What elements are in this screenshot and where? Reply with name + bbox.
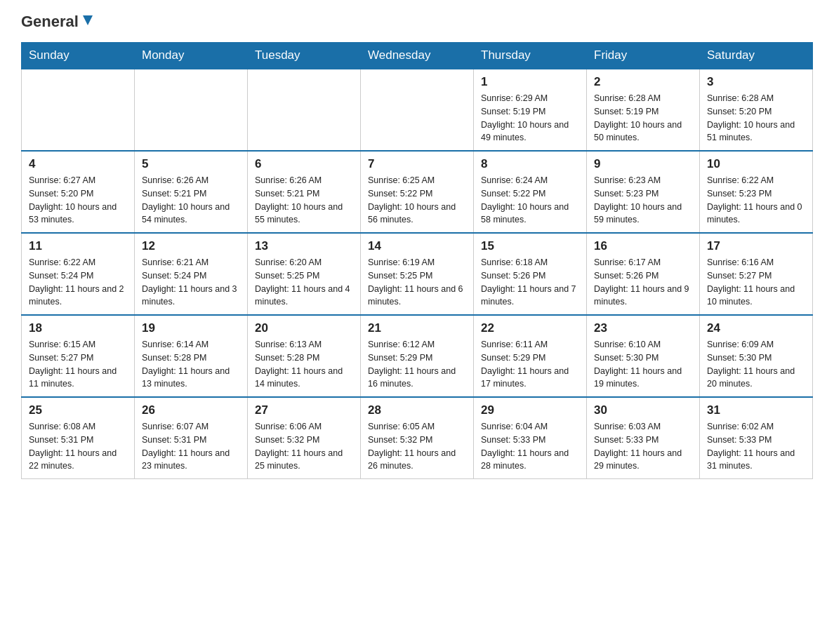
- calendar-cell: 23Sunrise: 6:10 AMSunset: 5:30 PMDayligh…: [587, 315, 700, 397]
- calendar-cell: 14Sunrise: 6:19 AMSunset: 5:25 PMDayligh…: [361, 233, 474, 315]
- calendar-week-row: 18Sunrise: 6:15 AMSunset: 5:27 PMDayligh…: [22, 315, 813, 397]
- calendar-cell: 19Sunrise: 6:14 AMSunset: 5:28 PMDayligh…: [135, 315, 248, 397]
- calendar-cell: 31Sunrise: 6:02 AMSunset: 5:33 PMDayligh…: [700, 397, 813, 479]
- day-info: Sunrise: 6:02 AMSunset: 5:33 PMDaylight:…: [707, 420, 805, 473]
- day-info: Sunrise: 6:28 AMSunset: 5:19 PMDaylight:…: [594, 92, 692, 145]
- day-of-week-header: Wednesday: [361, 43, 474, 69]
- calendar-cell: 17Sunrise: 6:16 AMSunset: 5:27 PMDayligh…: [700, 233, 813, 315]
- calendar-week-row: 25Sunrise: 6:08 AMSunset: 5:31 PMDayligh…: [22, 397, 813, 479]
- day-number: 26: [142, 403, 240, 417]
- day-info: Sunrise: 6:07 AMSunset: 5:31 PMDaylight:…: [142, 420, 240, 473]
- day-of-week-header: Friday: [587, 43, 700, 69]
- day-number: 17: [707, 239, 805, 253]
- calendar-cell: [361, 69, 474, 151]
- day-of-week-header: Tuesday: [248, 43, 361, 69]
- day-number: 9: [594, 157, 692, 171]
- day-number: 29: [481, 403, 579, 417]
- day-number: 25: [29, 403, 127, 417]
- calendar-cell: 15Sunrise: 6:18 AMSunset: 5:26 PMDayligh…: [474, 233, 587, 315]
- day-number: 24: [707, 321, 805, 335]
- calendar-cell: 8Sunrise: 6:24 AMSunset: 5:22 PMDaylight…: [474, 151, 587, 233]
- day-number: 12: [142, 239, 240, 253]
- calendar-cell: 6Sunrise: 6:26 AMSunset: 5:21 PMDaylight…: [248, 151, 361, 233]
- day-info: Sunrise: 6:06 AMSunset: 5:32 PMDaylight:…: [255, 420, 353, 473]
- day-number: 23: [594, 321, 692, 335]
- calendar-cell: 24Sunrise: 6:09 AMSunset: 5:30 PMDayligh…: [700, 315, 813, 397]
- calendar-table: SundayMondayTuesdayWednesdayThursdayFrid…: [21, 42, 813, 479]
- day-number: 2: [594, 75, 692, 89]
- day-info: Sunrise: 6:26 AMSunset: 5:21 PMDaylight:…: [142, 174, 240, 227]
- calendar-cell: [22, 69, 135, 151]
- day-number: 10: [707, 157, 805, 171]
- day-info: Sunrise: 6:19 AMSunset: 5:25 PMDaylight:…: [368, 256, 466, 309]
- calendar-cell: 21Sunrise: 6:12 AMSunset: 5:29 PMDayligh…: [361, 315, 474, 397]
- day-number: 28: [368, 403, 466, 417]
- calendar-cell: 11Sunrise: 6:22 AMSunset: 5:24 PMDayligh…: [22, 233, 135, 315]
- day-number: 13: [255, 239, 353, 253]
- calendar-cell: 13Sunrise: 6:20 AMSunset: 5:25 PMDayligh…: [248, 233, 361, 315]
- calendar-cell: [135, 69, 248, 151]
- calendar-cell: 12Sunrise: 6:21 AMSunset: 5:24 PMDayligh…: [135, 233, 248, 315]
- day-info: Sunrise: 6:23 AMSunset: 5:23 PMDaylight:…: [594, 174, 692, 227]
- day-info: Sunrise: 6:28 AMSunset: 5:20 PMDaylight:…: [707, 92, 805, 145]
- calendar-cell: 9Sunrise: 6:23 AMSunset: 5:23 PMDaylight…: [587, 151, 700, 233]
- day-number: 1: [481, 75, 579, 89]
- day-number: 14: [368, 239, 466, 253]
- day-number: 3: [707, 75, 805, 89]
- day-info: Sunrise: 6:15 AMSunset: 5:27 PMDaylight:…: [29, 338, 127, 391]
- svg-marker-0: [83, 15, 93, 25]
- day-number: 20: [255, 321, 353, 335]
- calendar-cell: [248, 69, 361, 151]
- calendar-cell: 18Sunrise: 6:15 AMSunset: 5:27 PMDayligh…: [22, 315, 135, 397]
- day-number: 15: [481, 239, 579, 253]
- calendar-cell: 10Sunrise: 6:22 AMSunset: 5:23 PMDayligh…: [700, 151, 813, 233]
- calendar-header-row: SundayMondayTuesdayWednesdayThursdayFrid…: [22, 43, 813, 69]
- calendar-cell: 3Sunrise: 6:28 AMSunset: 5:20 PMDaylight…: [700, 69, 813, 151]
- calendar-cell: 4Sunrise: 6:27 AMSunset: 5:20 PMDaylight…: [22, 151, 135, 233]
- calendar-cell: 7Sunrise: 6:25 AMSunset: 5:22 PMDaylight…: [361, 151, 474, 233]
- day-info: Sunrise: 6:18 AMSunset: 5:26 PMDaylight:…: [481, 256, 579, 309]
- day-info: Sunrise: 6:17 AMSunset: 5:26 PMDaylight:…: [594, 256, 692, 309]
- logo-text-general: General: [21, 14, 79, 29]
- day-number: 18: [29, 321, 127, 335]
- calendar-week-row: 4Sunrise: 6:27 AMSunset: 5:20 PMDaylight…: [22, 151, 813, 233]
- day-info: Sunrise: 6:12 AMSunset: 5:29 PMDaylight:…: [368, 338, 466, 391]
- day-of-week-header: Thursday: [474, 43, 587, 69]
- calendar-cell: 5Sunrise: 6:26 AMSunset: 5:21 PMDaylight…: [135, 151, 248, 233]
- day-info: Sunrise: 6:25 AMSunset: 5:22 PMDaylight:…: [368, 174, 466, 227]
- day-number: 19: [142, 321, 240, 335]
- calendar-cell: 20Sunrise: 6:13 AMSunset: 5:28 PMDayligh…: [248, 315, 361, 397]
- day-info: Sunrise: 6:20 AMSunset: 5:25 PMDaylight:…: [255, 256, 353, 309]
- day-info: Sunrise: 6:22 AMSunset: 5:23 PMDaylight:…: [707, 174, 805, 227]
- calendar-cell: 27Sunrise: 6:06 AMSunset: 5:32 PMDayligh…: [248, 397, 361, 479]
- day-info: Sunrise: 6:27 AMSunset: 5:20 PMDaylight:…: [29, 174, 127, 227]
- day-info: Sunrise: 6:16 AMSunset: 5:27 PMDaylight:…: [707, 256, 805, 309]
- day-number: 31: [707, 403, 805, 417]
- calendar-cell: 25Sunrise: 6:08 AMSunset: 5:31 PMDayligh…: [22, 397, 135, 479]
- day-of-week-header: Saturday: [700, 43, 813, 69]
- day-number: 21: [368, 321, 466, 335]
- calendar-week-row: 11Sunrise: 6:22 AMSunset: 5:24 PMDayligh…: [22, 233, 813, 315]
- day-number: 16: [594, 239, 692, 253]
- day-info: Sunrise: 6:11 AMSunset: 5:29 PMDaylight:…: [481, 338, 579, 391]
- day-of-week-header: Sunday: [22, 43, 135, 69]
- calendar-cell: 30Sunrise: 6:03 AMSunset: 5:33 PMDayligh…: [587, 397, 700, 479]
- day-info: Sunrise: 6:14 AMSunset: 5:28 PMDaylight:…: [142, 338, 240, 391]
- day-info: Sunrise: 6:09 AMSunset: 5:30 PMDaylight:…: [707, 338, 805, 391]
- day-info: Sunrise: 6:08 AMSunset: 5:31 PMDaylight:…: [29, 420, 127, 473]
- day-info: Sunrise: 6:10 AMSunset: 5:30 PMDaylight:…: [594, 338, 692, 391]
- day-number: 22: [481, 321, 579, 335]
- day-info: Sunrise: 6:29 AMSunset: 5:19 PMDaylight:…: [481, 92, 579, 145]
- calendar-cell: 22Sunrise: 6:11 AMSunset: 5:29 PMDayligh…: [474, 315, 587, 397]
- day-info: Sunrise: 6:26 AMSunset: 5:21 PMDaylight:…: [255, 174, 353, 227]
- day-info: Sunrise: 6:13 AMSunset: 5:28 PMDaylight:…: [255, 338, 353, 391]
- calendar-cell: 29Sunrise: 6:04 AMSunset: 5:33 PMDayligh…: [474, 397, 587, 479]
- day-info: Sunrise: 6:04 AMSunset: 5:33 PMDaylight:…: [481, 420, 579, 473]
- day-info: Sunrise: 6:05 AMSunset: 5:32 PMDaylight:…: [368, 420, 466, 473]
- day-number: 27: [255, 403, 353, 417]
- calendar-week-row: 1Sunrise: 6:29 AMSunset: 5:19 PMDaylight…: [22, 69, 813, 151]
- day-number: 11: [29, 239, 127, 253]
- day-info: Sunrise: 6:22 AMSunset: 5:24 PMDaylight:…: [29, 256, 127, 309]
- day-number: 6: [255, 157, 353, 171]
- day-info: Sunrise: 6:24 AMSunset: 5:22 PMDaylight:…: [481, 174, 579, 227]
